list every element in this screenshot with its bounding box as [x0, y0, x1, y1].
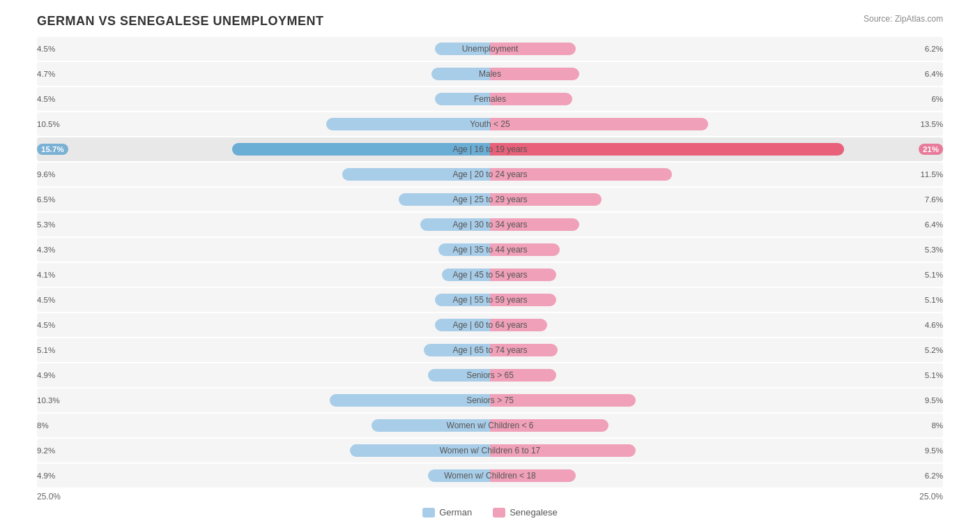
- bars-area: 4.5% 5.1% Age | 55 to 59 years: [37, 288, 943, 312]
- german-bar: [428, 369, 490, 382]
- left-side: 4.5%: [37, 87, 490, 111]
- right-side: 5.1%: [490, 288, 943, 312]
- senegalese-value-label: 6.4%: [925, 220, 943, 229]
- left-side: 5.3%: [37, 213, 490, 236]
- left-side: 4.9%: [37, 363, 490, 387]
- senegalese-value-label: 21%: [919, 144, 943, 155]
- bars-area: 5.3% 6.4% Age | 30 to 34 years: [37, 213, 943, 236]
- german-value-label: 4.5%: [37, 95, 55, 103]
- german-value-label: 4.5%: [37, 45, 55, 53]
- chart-row: 4.5% 4.6% Age | 60 to 64 years: [37, 313, 943, 337]
- bars-area: 5.1% 5.2% Age | 65 to 74 years: [37, 338, 943, 362]
- right-side: 9.5%: [490, 439, 943, 462]
- chart-row: 5.1% 5.2% Age | 65 to 74 years: [37, 338, 943, 362]
- german-bar: [420, 218, 490, 231]
- senegalese-value-label: 11.5%: [920, 170, 943, 179]
- left-side: 8%: [37, 414, 490, 437]
- left-side: 10.3%: [37, 389, 490, 412]
- bars-area: 10.5% 13.5% Youth < 25: [37, 112, 943, 136]
- right-side: 21%: [490, 137, 943, 161]
- german-value-label: 9.6%: [37, 170, 55, 179]
- right-side: 6.2%: [490, 464, 943, 488]
- german-bar: [372, 419, 490, 432]
- chart-row: 4.5% 5.1% Age | 55 to 59 years: [37, 288, 943, 312]
- senegalese-bar: [490, 93, 572, 105]
- legend-label-senegalese: Senegalese: [510, 507, 558, 518]
- right-side: 5.2%: [490, 338, 943, 362]
- german-bar: [330, 394, 490, 407]
- german-value-label: 6.5%: [37, 195, 55, 204]
- bars-area: 4.7% 6.4% Males: [37, 62, 943, 86]
- german-bar: [342, 168, 490, 181]
- left-side: 6.5%: [37, 188, 490, 211]
- senegalese-bar: [490, 294, 556, 306]
- right-side: 4.6%: [490, 313, 943, 337]
- german-bar: [431, 68, 490, 80]
- left-side: 4.9%: [37, 464, 490, 488]
- senegalese-bar: [490, 469, 576, 482]
- bars-area: 4.9% 5.1% Seniors > 65: [37, 363, 943, 387]
- senegalese-bar: [490, 369, 556, 382]
- bars-area: 9.2% 9.5% Women w/ Children 6 to 17: [37, 439, 943, 462]
- german-value-label: 10.3%: [37, 396, 60, 405]
- right-side: 5.1%: [490, 263, 943, 287]
- legend: German Senegalese: [37, 507, 943, 518]
- bars-area: 4.5% 4.6% Age | 60 to 64 years: [37, 313, 943, 337]
- right-side: 13.5%: [490, 112, 943, 136]
- chart-row: 8% 8% Women w/ Children < 6: [37, 414, 943, 437]
- senegalese-value-label: 4.6%: [925, 321, 943, 329]
- right-side: 6.4%: [490, 62, 943, 86]
- bars-area: 4.5% 6.2% Unemployment: [37, 37, 943, 61]
- senegalese-bar: [490, 319, 547, 331]
- bars-area: 4.1% 5.1% Age | 45 to 54 years: [37, 263, 943, 287]
- chart-row: 15.7% 21% Age | 16 to 19 years: [37, 137, 943, 161]
- legend-item-german: German: [422, 507, 472, 518]
- senegalese-bar: [490, 168, 672, 181]
- chart-row: 10.5% 13.5% Youth < 25: [37, 112, 943, 136]
- chart-row: 10.3% 9.5% Seniors > 75: [37, 389, 943, 412]
- right-side: 8%: [490, 414, 943, 437]
- senegalese-value-label: 6.2%: [925, 472, 943, 480]
- right-side: 11.5%: [490, 163, 943, 186]
- left-side: 4.1%: [37, 263, 490, 287]
- senegalese-bar: [490, 394, 636, 407]
- chart-container: GERMAN VS SENEGALESE UNEMPLOYMENT Source…: [16, 0, 964, 528]
- chart-row: 4.5% 6% Females: [37, 87, 943, 111]
- chart-source: Source: ZipAtlas.com: [864, 14, 943, 24]
- german-value-label: 10.5%: [37, 120, 60, 128]
- german-value-label: 4.5%: [37, 321, 55, 329]
- left-side: 9.2%: [37, 439, 490, 462]
- senegalese-value-label: 5.1%: [925, 271, 943, 279]
- axis-row: 25.0% 25.0%: [37, 492, 943, 501]
- german-value-label: 5.1%: [37, 346, 55, 354]
- senegalese-bar: [490, 218, 579, 231]
- senegalese-bar: [490, 118, 708, 130]
- chart-row: 4.1% 5.1% Age | 45 to 54 years: [37, 263, 943, 287]
- german-bar: [438, 243, 490, 256]
- german-bar: [435, 294, 490, 306]
- senegalese-bar: [490, 444, 636, 457]
- legend-box-german: [422, 508, 435, 518]
- left-side: 10.5%: [37, 112, 490, 136]
- right-side: 7.6%: [490, 188, 943, 211]
- german-value-label: 4.5%: [37, 296, 55, 304]
- left-side: 4.5%: [37, 313, 490, 337]
- right-side: 9.5%: [490, 389, 943, 412]
- bars-area: 6.5% 7.6% Age | 25 to 29 years: [37, 188, 943, 211]
- axis-label-left: 25.0%: [37, 492, 61, 501]
- right-side: 6.4%: [490, 213, 943, 236]
- senegalese-bar: [490, 344, 558, 356]
- german-value-label: 5.3%: [37, 220, 55, 229]
- senegalese-value-label: 6%: [931, 95, 943, 103]
- senegalese-value-label: 7.6%: [925, 195, 943, 204]
- german-bar: [435, 93, 490, 105]
- german-value-label: 4.9%: [37, 371, 55, 379]
- senegalese-bar: [490, 269, 556, 281]
- senegalese-value-label: 9.5%: [925, 396, 943, 405]
- german-bar: [435, 319, 490, 331]
- german-bar: [399, 193, 490, 206]
- chart-body: 4.5% 6.2% Unemployment 4.7% 6.4% Males: [37, 37, 943, 488]
- legend-item-senegalese: Senegalese: [493, 507, 558, 518]
- chart-row: 4.3% 5.3% Age | 35 to 44 years: [37, 238, 943, 262]
- right-side: 5.1%: [490, 363, 943, 387]
